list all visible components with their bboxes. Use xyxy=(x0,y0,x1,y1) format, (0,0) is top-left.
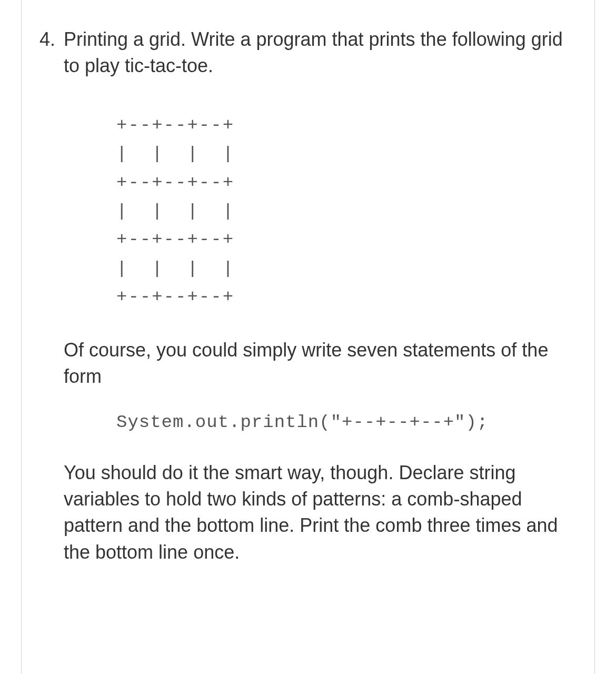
middle-text: Of course, you could simply write seven … xyxy=(64,337,568,390)
problem-item: 4. Printing a grid. Write a program that… xyxy=(32,26,568,566)
problem-intro: Printing a grid. Write a program that pr… xyxy=(64,26,568,80)
problem-number: 4. xyxy=(32,26,64,53)
grid-line-4: +--+--+--+ xyxy=(116,230,234,250)
problem-content: Printing a grid. Write a program that pr… xyxy=(64,26,568,566)
grid-output: +--+--+--+ | | | | +--+--+--+ | | | | +-… xyxy=(64,80,568,333)
code-sample: System.out.println("+--+--+--+"); xyxy=(64,390,568,455)
grid-line-2: +--+--+--+ xyxy=(116,173,234,193)
grid-line-6: +--+--+--+ xyxy=(116,287,234,307)
conclusion-text: You should do it the smart way, though. … xyxy=(64,460,568,566)
document-container: 4. Printing a grid. Write a program that… xyxy=(21,0,595,674)
grid-line-0: +--+--+--+ xyxy=(116,115,234,135)
grid-line-5: | | | | xyxy=(116,259,234,279)
grid-line-1: | | | | xyxy=(116,144,234,164)
grid-line-3: | | | | xyxy=(116,201,234,221)
